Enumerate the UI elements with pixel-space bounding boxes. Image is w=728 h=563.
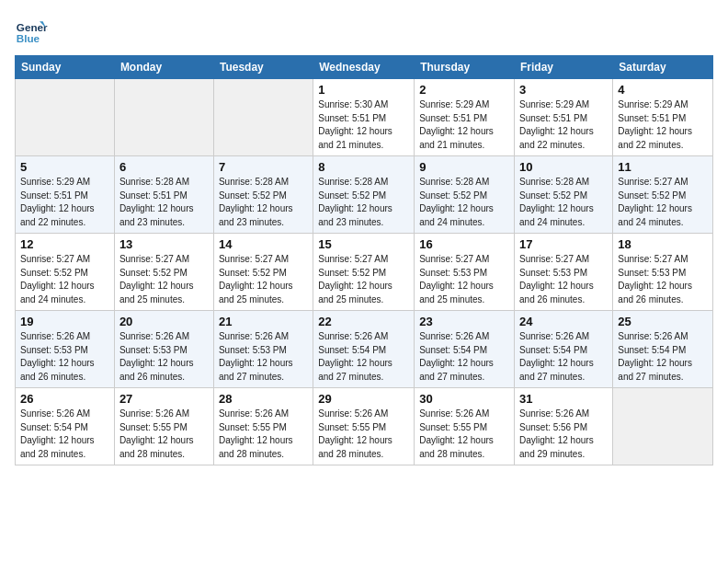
day-info: Sunrise: 5:26 AM Sunset: 5:56 PM Dayligh… [519, 408, 608, 461]
weekday-header: Sunday [16, 56, 115, 79]
day-number: 7 [219, 160, 308, 174]
day-number: 23 [419, 315, 509, 328]
calendar-table: SundayMondayTuesdayWednesdayThursdayFrid… [15, 55, 713, 465]
day-info: Sunrise: 5:27 AM Sunset: 5:52 PM Dayligh… [618, 176, 708, 229]
day-number: 6 [119, 160, 209, 174]
day-info: Sunrise: 5:29 AM Sunset: 5:51 PM Dayligh… [419, 98, 509, 152]
day-info: Sunrise: 5:29 AM Sunset: 5:51 PM Dayligh… [618, 98, 708, 152]
calendar-cell: 20Sunrise: 5:26 AM Sunset: 5:53 PM Dayli… [114, 311, 213, 388]
day-number: 26 [20, 392, 109, 406]
calendar-cell: 4Sunrise: 5:29 AM Sunset: 5:51 PM Daylig… [613, 79, 713, 156]
logo-icon: General Blue [15, 15, 48, 48]
day-number: 2 [419, 83, 509, 97]
day-number: 3 [519, 83, 608, 97]
day-info: Sunrise: 5:26 AM Sunset: 5:54 PM Dayligh… [20, 408, 109, 461]
calendar-cell [16, 79, 115, 156]
day-number: 18 [618, 237, 708, 251]
day-info: Sunrise: 5:28 AM Sunset: 5:51 PM Dayligh… [119, 176, 209, 229]
day-info: Sunrise: 5:26 AM Sunset: 5:54 PM Dayligh… [419, 330, 509, 384]
day-number: 1 [318, 83, 409, 97]
day-info: Sunrise: 5:27 AM Sunset: 5:52 PM Dayligh… [219, 253, 308, 306]
day-number: 21 [219, 315, 308, 328]
day-number: 10 [519, 160, 608, 174]
calendar-week-row: 26Sunrise: 5:26 AM Sunset: 5:54 PM Dayli… [16, 388, 713, 465]
calendar-week-row: 12Sunrise: 5:27 AM Sunset: 5:52 PM Dayli… [16, 234, 713, 311]
calendar-cell: 31Sunrise: 5:26 AM Sunset: 5:56 PM Dayli… [515, 388, 613, 465]
calendar-cell: 16Sunrise: 5:27 AM Sunset: 5:53 PM Dayli… [415, 234, 515, 311]
day-number: 28 [219, 392, 308, 406]
day-number: 29 [318, 392, 409, 406]
page-header: General Blue [15, 15, 713, 48]
day-number: 24 [519, 315, 608, 328]
calendar-cell: 18Sunrise: 5:27 AM Sunset: 5:53 PM Dayli… [613, 234, 713, 311]
calendar-cell: 30Sunrise: 5:26 AM Sunset: 5:55 PM Dayli… [415, 388, 515, 465]
day-number: 9 [419, 160, 509, 174]
calendar-week-row: 1Sunrise: 5:30 AM Sunset: 5:51 PM Daylig… [16, 79, 713, 156]
calendar-cell: 11Sunrise: 5:27 AM Sunset: 5:52 PM Dayli… [613, 156, 713, 234]
calendar-cell: 2Sunrise: 5:29 AM Sunset: 5:51 PM Daylig… [415, 79, 515, 156]
day-number: 27 [119, 392, 209, 406]
calendar-cell [114, 79, 213, 156]
day-info: Sunrise: 5:29 AM Sunset: 5:51 PM Dayligh… [519, 98, 608, 152]
logo: General Blue [15, 15, 48, 48]
day-number: 13 [119, 237, 209, 251]
weekday-header: Friday [515, 56, 613, 79]
weekday-header: Thursday [415, 56, 515, 79]
calendar-cell: 23Sunrise: 5:26 AM Sunset: 5:54 PM Dayli… [415, 311, 515, 388]
day-info: Sunrise: 5:26 AM Sunset: 5:54 PM Dayligh… [519, 330, 608, 384]
calendar-cell: 6Sunrise: 5:28 AM Sunset: 5:51 PM Daylig… [114, 156, 213, 234]
header-row: SundayMondayTuesdayWednesdayThursdayFrid… [16, 56, 713, 79]
day-number: 16 [419, 237, 509, 251]
calendar-cell: 26Sunrise: 5:26 AM Sunset: 5:54 PM Dayli… [16, 388, 115, 465]
calendar-cell [613, 388, 713, 465]
day-number: 25 [618, 315, 708, 328]
day-number: 4 [618, 83, 708, 97]
calendar-cell: 24Sunrise: 5:26 AM Sunset: 5:54 PM Dayli… [515, 311, 613, 388]
calendar-cell: 22Sunrise: 5:26 AM Sunset: 5:54 PM Dayli… [313, 311, 415, 388]
calendar-cell: 1Sunrise: 5:30 AM Sunset: 5:51 PM Daylig… [313, 79, 415, 156]
calendar-cell: 3Sunrise: 5:29 AM Sunset: 5:51 PM Daylig… [515, 79, 613, 156]
day-number: 14 [219, 237, 308, 251]
day-info: Sunrise: 5:27 AM Sunset: 5:52 PM Dayligh… [318, 253, 409, 306]
calendar-cell: 14Sunrise: 5:27 AM Sunset: 5:52 PM Dayli… [213, 234, 313, 311]
day-number: 31 [519, 392, 608, 406]
day-info: Sunrise: 5:30 AM Sunset: 5:51 PM Dayligh… [318, 98, 409, 152]
day-info: Sunrise: 5:28 AM Sunset: 5:52 PM Dayligh… [318, 176, 409, 229]
day-info: Sunrise: 5:28 AM Sunset: 5:52 PM Dayligh… [419, 176, 509, 229]
day-info: Sunrise: 5:27 AM Sunset: 5:53 PM Dayligh… [519, 253, 608, 306]
day-number: 11 [618, 160, 708, 174]
day-info: Sunrise: 5:26 AM Sunset: 5:55 PM Dayligh… [119, 408, 209, 461]
day-info: Sunrise: 5:27 AM Sunset: 5:53 PM Dayligh… [419, 253, 509, 306]
day-info: Sunrise: 5:27 AM Sunset: 5:53 PM Dayligh… [618, 253, 708, 306]
calendar-cell: 9Sunrise: 5:28 AM Sunset: 5:52 PM Daylig… [415, 156, 515, 234]
weekday-header: Wednesday [313, 56, 415, 79]
day-info: Sunrise: 5:29 AM Sunset: 5:51 PM Dayligh… [20, 176, 109, 229]
calendar-cell: 5Sunrise: 5:29 AM Sunset: 5:51 PM Daylig… [16, 156, 115, 234]
day-info: Sunrise: 5:26 AM Sunset: 5:55 PM Dayligh… [318, 408, 409, 461]
calendar-cell: 13Sunrise: 5:27 AM Sunset: 5:52 PM Dayli… [114, 234, 213, 311]
day-info: Sunrise: 5:26 AM Sunset: 5:54 PM Dayligh… [618, 330, 708, 384]
day-number: 22 [318, 315, 409, 328]
day-number: 5 [20, 160, 109, 174]
day-info: Sunrise: 5:26 AM Sunset: 5:55 PM Dayligh… [219, 408, 308, 461]
calendar-cell: 8Sunrise: 5:28 AM Sunset: 5:52 PM Daylig… [313, 156, 415, 234]
day-info: Sunrise: 5:28 AM Sunset: 5:52 PM Dayligh… [219, 176, 308, 229]
day-info: Sunrise: 5:26 AM Sunset: 5:55 PM Dayligh… [419, 408, 509, 461]
calendar-cell: 10Sunrise: 5:28 AM Sunset: 5:52 PM Dayli… [515, 156, 613, 234]
day-info: Sunrise: 5:27 AM Sunset: 5:52 PM Dayligh… [119, 253, 209, 306]
svg-text:Blue: Blue [17, 32, 40, 44]
calendar-week-row: 19Sunrise: 5:26 AM Sunset: 5:53 PM Dayli… [16, 311, 713, 388]
calendar-week-row: 5Sunrise: 5:29 AM Sunset: 5:51 PM Daylig… [16, 156, 713, 234]
calendar-cell: 17Sunrise: 5:27 AM Sunset: 5:53 PM Dayli… [515, 234, 613, 311]
day-number: 17 [519, 237, 608, 251]
day-info: Sunrise: 5:26 AM Sunset: 5:54 PM Dayligh… [318, 330, 409, 384]
day-info: Sunrise: 5:26 AM Sunset: 5:53 PM Dayligh… [219, 330, 308, 384]
day-number: 19 [20, 315, 109, 328]
calendar-cell: 25Sunrise: 5:26 AM Sunset: 5:54 PM Dayli… [613, 311, 713, 388]
weekday-header: Monday [114, 56, 213, 79]
calendar-cell: 19Sunrise: 5:26 AM Sunset: 5:53 PM Dayli… [16, 311, 115, 388]
day-number: 30 [419, 392, 509, 406]
calendar-cell: 15Sunrise: 5:27 AM Sunset: 5:52 PM Dayli… [313, 234, 415, 311]
day-number: 8 [318, 160, 409, 174]
day-info: Sunrise: 5:26 AM Sunset: 5:53 PM Dayligh… [119, 330, 209, 384]
